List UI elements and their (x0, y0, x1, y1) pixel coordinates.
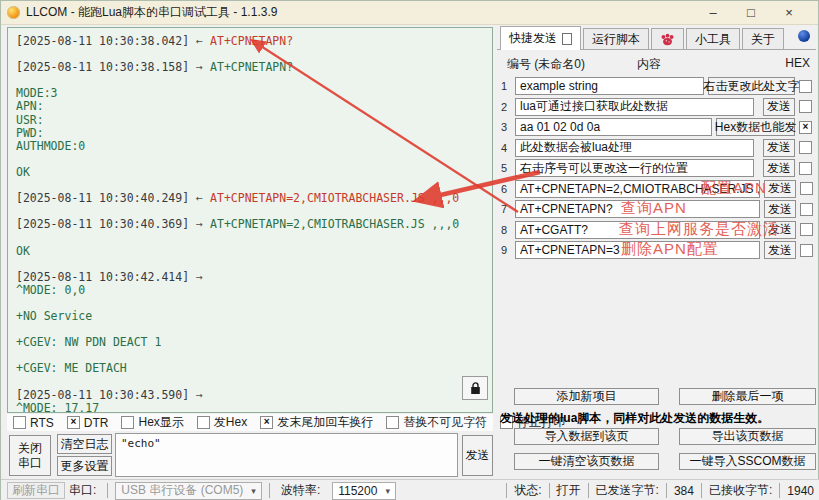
log-text: USR: (16, 113, 44, 127)
tab-run-script[interactable]: 运行脚本 (583, 28, 649, 49)
tab-paw[interactable] (651, 28, 684, 49)
divider (779, 483, 780, 498)
option-checkbox-替换不可见字符[interactable]: 替换不可见字符 (386, 414, 487, 431)
tab-bar: 快捷发送 运行脚本 小工具 关于 (497, 27, 816, 50)
send-button[interactable]: 发送 (462, 435, 493, 476)
quick-send-row: 8AT+CGATT?发送查询上网服务是否激活 (501, 221, 812, 239)
row-send-button[interactable]: 发送 (763, 139, 795, 157)
checkbox-checked-icon[interactable]: × (260, 416, 273, 429)
row-send-button[interactable]: 发送 (764, 180, 796, 198)
column-content: 内容 (637, 56, 661, 73)
clear-page-button[interactable]: 一键清空该页数据 (514, 453, 659, 470)
log-line: USR: (16, 113, 492, 126)
hex-checkbox-icon[interactable] (800, 182, 813, 195)
checkbox-icon[interactable] (13, 416, 26, 429)
clear-log-button[interactable]: 清空日志 (57, 434, 112, 454)
arrow-right-icon: → (196, 270, 203, 284)
row-number[interactable]: 2 (501, 101, 511, 113)
import-sscom-button[interactable]: 一键导入SSCOM数据 (679, 453, 816, 470)
red-annotation: 配置APN (701, 179, 767, 198)
log-line: [2025-08-11 10:30:40.249]←AT+CPNETAPN=2,… (16, 191, 492, 204)
paw-icon (660, 33, 675, 46)
log-line (16, 73, 492, 86)
hex-checkbox-checked-icon[interactable]: × (799, 121, 812, 134)
tab-about[interactable]: 关于 (742, 28, 784, 49)
row-content-input[interactable]: example string (515, 77, 704, 95)
row-number[interactable]: 7 (501, 203, 511, 215)
arrow-right-icon: → (196, 217, 203, 231)
quick-send-row: 7AT+CPNETAPN?发送查询APN (501, 200, 812, 218)
add-item-button[interactable]: 添加新项目 (514, 388, 659, 405)
row-send-button[interactable]: Hex数据也能发 (716, 118, 795, 136)
tx-label: 已发送字节: (596, 482, 659, 499)
globe-icon[interactable] (798, 30, 810, 42)
row-send-button[interactable]: 发送 (764, 200, 796, 218)
refresh-port-button[interactable]: 刷新串口 (7, 482, 65, 499)
close-icon[interactable]: × (770, 5, 808, 20)
log-line: [2025-08-11 10:30:43.590]→ (16, 388, 492, 401)
checkbox-icon[interactable] (197, 416, 210, 429)
log-text: AT+CPNETAPN? (210, 60, 293, 74)
option-label: 替换不可见字符 (403, 414, 487, 431)
export-page-button[interactable]: 导出该页数据 (679, 428, 816, 445)
row-send-button[interactable]: 发送 (763, 159, 795, 177)
row-content-input[interactable]: 此处数据会被lua处理 (515, 139, 754, 157)
log-line: ^MODE: 17,17 (16, 401, 492, 413)
baud-select[interactable]: 115200 ▾ (332, 482, 396, 500)
hex-checkbox-icon[interactable] (799, 80, 812, 93)
option-label: 发Hex (214, 414, 247, 431)
row-send-button[interactable]: 发送 (764, 241, 796, 259)
log-line: +CGEV: NW PDN DEACT 1 (16, 335, 492, 348)
tab-tools[interactable]: 小工具 (686, 28, 740, 49)
port-select[interactable]: USB 串行设备 (COM5) ▾ (115, 482, 262, 500)
row-number[interactable]: 3 (501, 121, 511, 133)
row-number[interactable]: 4 (501, 142, 511, 154)
option-checkbox-发末尾加回车换行[interactable]: ×发末尾加回车换行 (260, 414, 373, 431)
row-number[interactable]: 5 (501, 162, 511, 174)
checkbox-icon[interactable] (121, 416, 134, 429)
divider (701, 483, 702, 498)
log-line (16, 257, 492, 270)
minimize-icon[interactable]: – (694, 5, 732, 20)
row-send-button[interactable]: 发送 (763, 98, 795, 116)
hex-checkbox-icon[interactable] (800, 223, 813, 236)
row-number[interactable]: 6 (501, 183, 511, 195)
log-output[interactable]: [2025-08-11 10:30:38.042]←AT+CPNETAPN?[2… (7, 27, 493, 413)
log-line: MODE:3 (16, 86, 492, 99)
red-annotation: 删除APN配置 (621, 240, 719, 259)
lock-scroll-button[interactable] (462, 376, 488, 400)
option-checkbox-发Hex[interactable]: 发Hex (197, 414, 247, 431)
serial-options-row: RTS×DTRHex显示发Hex×发末尾加回车换行替换不可见字符停止打印 (7, 414, 493, 431)
hex-checkbox-icon[interactable] (799, 141, 812, 154)
delete-last-button[interactable]: 删除最后一项 (679, 388, 816, 405)
more-settings-button[interactable]: 更多设置 (57, 456, 112, 476)
checkbox-checked-icon[interactable]: × (67, 416, 80, 429)
row-send-button[interactable]: 右击更改此处文字 (708, 77, 795, 95)
log-line: [2025-08-11 10:30:38.042]←AT+CPNETAPN? (16, 34, 492, 47)
import-page-button[interactable]: 导入数据到该页 (514, 428, 659, 445)
option-checkbox-RTS[interactable]: RTS (13, 416, 54, 430)
option-checkbox-Hex显示[interactable]: Hex显示 (121, 414, 183, 431)
row-content-input[interactable]: aa 01 02 0d 0a (515, 118, 712, 136)
maximize-icon[interactable]: □ (732, 5, 770, 20)
checkbox-icon[interactable] (386, 416, 399, 429)
send-data-input[interactable] (115, 433, 458, 477)
divider (107, 483, 108, 498)
close-port-button[interactable]: 关闭 串口 (9, 435, 51, 476)
row-number[interactable]: 9 (501, 244, 511, 256)
hex-checkbox-icon[interactable] (800, 244, 813, 257)
row-content-input[interactable]: 右击序号可以更改这一行的位置 (515, 159, 754, 177)
option-checkbox-DTR[interactable]: ×DTR (67, 416, 109, 430)
hex-checkbox-icon[interactable] (799, 162, 812, 175)
status-bar: 刷新串口 串口: USB 串行设备 (COM5) ▾ 波特率: 115200 ▾… (1, 479, 819, 500)
quick-send-row: 1example string右击更改此处文字 (501, 77, 812, 95)
log-text: OK (16, 165, 30, 179)
tab-quick-send[interactable]: 快捷发送 (500, 26, 581, 50)
hex-checkbox-icon[interactable] (799, 100, 812, 113)
row-content-input[interactable]: lua可通过接口获取此处数据 (515, 98, 754, 116)
row-number[interactable]: 8 (501, 224, 511, 236)
log-timestamp: [2025-08-11 10:30:38.042] (16, 34, 189, 48)
row-number[interactable]: 1 (501, 80, 511, 92)
hex-checkbox-icon[interactable] (800, 203, 813, 216)
red-annotation: 查询上网服务是否激活 (619, 220, 779, 239)
